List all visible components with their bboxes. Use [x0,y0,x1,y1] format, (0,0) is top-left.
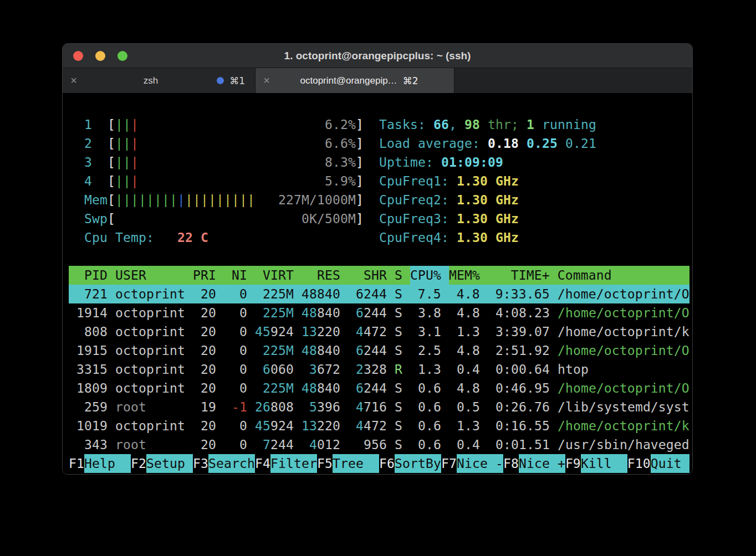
tab-shortcut: ⌘1 [229,75,245,86]
terminal-line: 2 [||| 6.6%] Load average: 0.18 0.25 0.2… [69,134,692,153]
window-title: 1. octoprint@orangepipcplus: ~ (ssh) [63,44,692,68]
terminal-line: Mem[|||||||||||||||||| 227M/1000M] CpuFr… [69,191,692,209]
terminal-line: F1Help F2Setup F3SearchF4FilterF5Tree F6… [69,454,692,473]
title-bar: 1. octoprint@orangepipcplus: ~ (ssh) [63,44,692,68]
terminal-line: PID USER PRI NI VIRT RES SHR S CPU% MEM%… [69,266,692,285]
terminal-line: Cpu Temp: 22 C CpuFreq4: 1.30 GHz [69,228,692,247]
terminal-line: 1915 octoprint 20 0 225M 48840 6244 S 2.… [69,341,692,360]
terminal-line: 1 [||| 6.2%] Tasks: 66, 98 thr; 1 runnin… [69,115,692,134]
terminal-line: 808 octoprint 20 0 45924 13220 4472 S 3.… [69,322,692,341]
tab-ssh-octoprint[interactable]: × octoprint@orangepip… ⌘2 [256,68,454,93]
tab-close-icon[interactable]: × [63,74,85,87]
terminal-line: 343 root 20 0 7244 4012 956 S 0.6 0.4 0:… [69,435,692,454]
terminal-line: 3 [||| 8.3%] Uptime: 01:09:09 [69,153,692,172]
tab-label: zsh [144,75,158,86]
terminal-line: 3315 octoprint 20 0 6060 3672 2328 R 1.3… [69,360,692,379]
tab-bar: × zsh ⌘1 × octoprint@orangepip… ⌘2 [63,68,692,93]
terminal-line: 1809 octoprint 20 0 225M 48840 6244 S 0.… [69,379,692,398]
tab-shortcut: ⌘2 [403,75,418,86]
terminal-screen[interactable]: 1 [||| 6.2%] Tasks: 66, 98 thr; 1 runnin… [63,93,692,475]
terminal-line: 1914 octoprint 20 0 225M 48840 6244 S 3.… [69,303,692,322]
terminal-line: 1019 octoprint 20 0 45924 13220 4472 S 0… [69,416,692,435]
terminal-line: 259 root 19 -1 26808 5396 4716 S 0.6 0.5… [69,398,692,416]
terminal-line: 4 [||| 5.9%] CpuFreq1: 1.30 GHz [69,172,692,191]
tab-zsh[interactable]: × zsh ⌘1 [63,68,256,93]
terminal-line: 721 octoprint 20 0 225M 48840 6244 S 7.5… [69,285,692,303]
tab-activity-indicator [217,77,224,84]
terminal-line: Swp[ 0K/500M] CpuFreq3: 1.30 GHz [69,209,692,228]
tab-label: octoprint@orangepip… [300,75,397,86]
terminal-line [69,247,692,266]
tab-close-icon[interactable]: × [256,74,278,87]
terminal-window: 1. octoprint@orangepipcplus: ~ (ssh) × z… [62,43,693,475]
